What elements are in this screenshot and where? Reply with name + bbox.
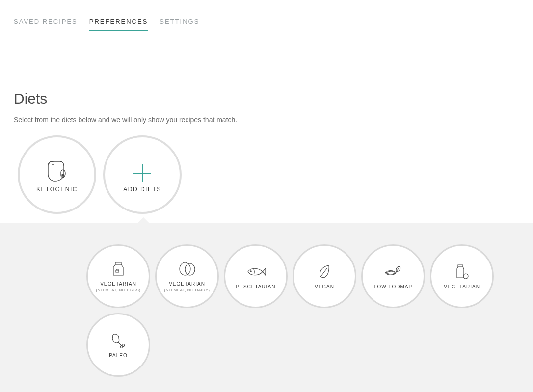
diet-chip-label: KETOGENIC (36, 186, 78, 193)
svg-point-3 (250, 270, 251, 271)
selected-diets-row: KETOGENIC ADD DIETS (14, 135, 519, 214)
option-label: VEGAN (315, 284, 334, 290)
diet-option-paleo[interactable]: PALEO (86, 313, 150, 377)
section-subtitle: Select from the diets below and we will … (14, 116, 519, 124)
svg-point-6 (122, 344, 125, 346)
option-label: LOW FODMAP (374, 284, 412, 290)
diet-options-panel: VEGETARIAN (NO MEAT, NO EGGS) VEGETARIAN… (0, 223, 533, 392)
add-diets-label: ADD DIETS (123, 186, 161, 193)
diet-option-vegetarian-no-dairy[interactable]: VEGETARIAN (NO MEAT, NO DAIRY) (155, 244, 219, 308)
diet-option-vegan[interactable]: VEGAN (293, 244, 356, 308)
diet-option-vegetarian-no-eggs[interactable]: VEGETARIAN (NO MEAT, NO EGGS) (86, 244, 150, 308)
diet-option-pescetarian[interactable]: PESCETARIAN (224, 244, 288, 308)
section-title: Diets (14, 90, 519, 107)
add-diets-button[interactable]: ADD DIETS (103, 135, 182, 214)
tab-preferences[interactable]: PREFERENCES (89, 18, 148, 31)
leaf-icon (317, 263, 332, 281)
diet-option-vegetarian[interactable]: VEGETARIAN (430, 244, 494, 308)
keto-icon (45, 157, 69, 182)
diet-chip-ketogenic[interactable]: KETOGENIC (18, 135, 96, 214)
option-label: VEGETARIAN (444, 284, 480, 290)
svg-point-5 (121, 345, 123, 348)
meat-icon (110, 332, 127, 349)
diet-option-low-fodmap[interactable]: LOW FODMAP (361, 244, 425, 308)
grain-icon (383, 263, 403, 281)
option-sublabel: (NO MEAT, NO EGGS) (96, 288, 140, 292)
option-label: VEGETARIAN (169, 281, 205, 287)
tab-settings[interactable]: SETTINGS (160, 18, 199, 31)
option-label: VEGETARIAN (100, 281, 136, 287)
egg-icon (178, 260, 196, 278)
fish-icon (246, 263, 266, 281)
option-label: PESCETARIAN (236, 284, 276, 290)
milk-icon (111, 260, 125, 278)
tab-saved-recipes[interactable]: SAVED RECIPES (14, 18, 78, 31)
plus-icon (133, 157, 151, 182)
dairy-icon (454, 263, 470, 281)
option-label: PALEO (109, 352, 128, 359)
diet-options-grid: VEGETARIAN (NO MEAT, NO EGGS) VEGETARIAN… (86, 244, 518, 377)
tabs: SAVED RECIPES PREFERENCES SETTINGS (0, 0, 533, 31)
option-sublabel: (NO MEAT, NO DAIRY) (164, 288, 210, 292)
svg-point-0 (62, 174, 64, 176)
diets-section: Diets Select from the diets below and we… (0, 31, 533, 214)
svg-point-2 (185, 263, 195, 275)
